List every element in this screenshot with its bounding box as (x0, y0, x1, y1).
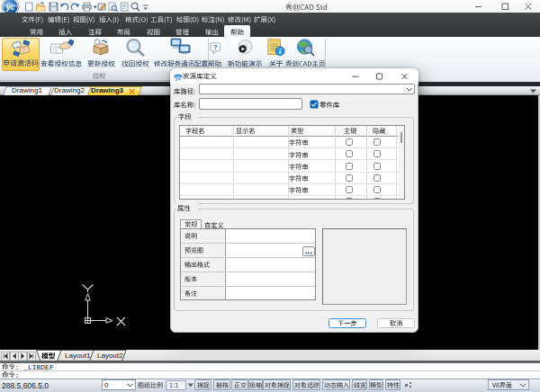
svg-text:yc: yc (175, 76, 182, 81)
svg-text:yc: yc (5, 4, 15, 12)
svg-text:?: ? (213, 43, 218, 51)
